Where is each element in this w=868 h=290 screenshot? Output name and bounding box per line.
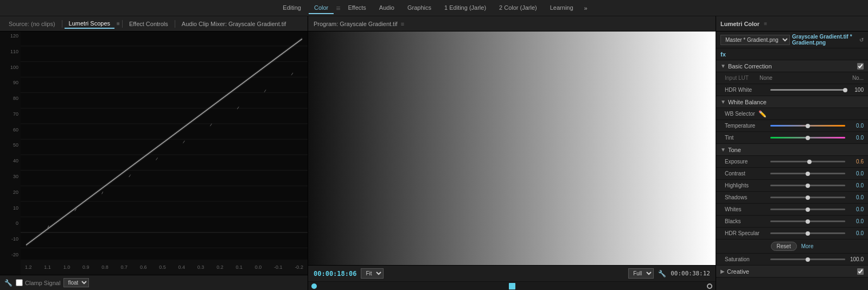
y-label-120: 120 — [2, 34, 18, 39]
y-label-0: 0 — [2, 221, 18, 226]
temperature-row: Temperature 0.0 — [716, 120, 868, 132]
nav-graphics[interactable]: Graphics — [402, 2, 437, 14]
hdr-specular-label: HDR Specular — [725, 230, 768, 236]
exposure-value: 0.6 — [847, 159, 864, 165]
nav-color-jarle[interactable]: 2 Color (Jarle) — [494, 2, 542, 14]
nav-color[interactable]: Color — [309, 2, 334, 14]
nav-effects[interactable]: Effects — [342, 2, 371, 14]
hdr-specular-slider[interactable] — [770, 232, 845, 234]
scope-svg — [21, 31, 308, 260]
temperature-slider[interactable] — [770, 125, 845, 127]
y-label-90: 90 — [2, 80, 18, 85]
x-label-06: 0.6 — [140, 264, 147, 270]
tab-audio-clip-mixer[interactable]: Audio Clip Mixer: Grayscale Gradient.tif — [177, 20, 291, 28]
y-label-100: 100 — [2, 65, 18, 70]
nav-more-button[interactable]: » — [581, 3, 591, 14]
saturation-value: 100.0 — [847, 256, 864, 262]
contrast-row: Contrast 0.0 — [716, 168, 868, 180]
clip-right-controls: ↺ — [859, 37, 864, 43]
clamp-signal-checkbox-wrap: Clamp Signal — [16, 279, 60, 286]
saturation-label: Saturation — [725, 256, 768, 262]
svg-line-28 — [291, 73, 293, 75]
blacks-row: Blacks 0.0 — [716, 216, 868, 228]
hdr-specular-row: HDR Specular 0.0 — [716, 228, 868, 239]
hdr-white-slider[interactable] — [770, 89, 845, 91]
svg-line-21 — [102, 192, 103, 194]
creative-title: Creative — [727, 268, 749, 275]
creative-arrow: ▶ — [720, 268, 725, 274]
shadows-slider[interactable] — [770, 197, 845, 198]
source-label: Source: (no clips) — [4, 21, 60, 27]
nav-editing-jarle[interactable]: 1 Editing (Jarle) — [439, 2, 492, 14]
resolution-dropdown[interactable]: Full — [628, 268, 654, 279]
contrast-label: Contrast — [725, 171, 768, 176]
contrast-slider[interactable] — [770, 173, 845, 174]
saturation-slider[interactable] — [770, 259, 845, 260]
program-menu-button[interactable]: ≡ — [401, 21, 404, 27]
input-lut-edit[interactable]: No... — [852, 75, 864, 81]
svg-line-27 — [264, 90, 266, 92]
timeline-strip[interactable] — [308, 281, 716, 290]
fit-dropdown[interactable]: Fit — [361, 268, 384, 279]
settings-icon[interactable]: 🔧 — [658, 270, 666, 278]
tab-lumetri-scopes[interactable]: Lumetri Scopes — [65, 19, 114, 29]
tone-header[interactable]: ▼ Tone — [716, 144, 868, 156]
blacks-value: 0.0 — [847, 218, 864, 224]
x-label-11: 1.1 — [44, 264, 51, 270]
tint-slider[interactable] — [770, 137, 845, 138]
highlights-slider[interactable] — [770, 185, 845, 186]
input-lut-row: Input LUT None No... — [716, 72, 868, 84]
gradient-image — [308, 31, 716, 265]
nav-color-settings[interactable]: ≡ — [336, 4, 340, 12]
clip-dropdown[interactable]: Master * Gradient.png — [720, 35, 790, 45]
timeline-playhead[interactable] — [509, 283, 515, 289]
shadows-value: 0.0 — [847, 194, 864, 200]
whites-row: Whites 0.0 — [716, 204, 868, 216]
scope-controls-bar: 🔧 Clamp Signal float — [0, 275, 308, 290]
highlights-label: Highlights — [725, 182, 768, 188]
exposure-slider[interactable] — [770, 161, 845, 162]
float-dropdown[interactable]: float — [63, 278, 89, 287]
white-balance-header[interactable]: ▼ White Balance — [716, 96, 868, 108]
program-preview — [308, 31, 716, 265]
lumetri-menu-button[interactable]: ≡ — [764, 21, 767, 27]
program-title: Program: Grayscale Gradient.tif — [314, 21, 398, 27]
clip-reset-button[interactable]: ↺ — [859, 37, 864, 43]
blacks-slider[interactable] — [770, 220, 845, 222]
basic-correction-header[interactable]: ▼ Basic Correction — [716, 60, 868, 72]
nav-audio[interactable]: Audio — [374, 2, 400, 14]
y-label-70: 70 — [2, 112, 18, 117]
current-timecode[interactable]: 00:00:18:06 — [314, 270, 356, 278]
wb-selector-row: WB Selector ✏️ — [716, 108, 868, 120]
lumetri-color-title: Lumetri Color — [720, 21, 760, 27]
creative-header[interactable]: ▶ Creative — [716, 266, 868, 278]
creative-enable[interactable] — [857, 268, 864, 275]
x-label-01: 0.1 — [235, 264, 242, 270]
tone-arrow: ▼ — [720, 147, 726, 153]
x-label-03: 0.3 — [197, 264, 205, 270]
tab-divider — [62, 20, 62, 28]
highlights-value: 0.0 — [847, 182, 864, 188]
svg-line-22 — [129, 175, 131, 177]
nav-learning[interactable]: Learning — [545, 2, 579, 14]
hdr-specular-value: 0.0 — [847, 230, 864, 236]
center-panel: Program: Grayscale Gradient.tif ≡ 00:00:… — [308, 16, 716, 290]
lumetri-scopes-menu[interactable]: ≡ — [117, 21, 120, 27]
y-label-neg20: -20 — [2, 253, 18, 257]
reset-button[interactable]: Reset — [771, 242, 797, 251]
tone-title: Tone — [728, 147, 741, 153]
x-label-02: 0.2 — [216, 264, 224, 270]
nav-editing[interactable]: Editing — [277, 2, 307, 14]
wrench-icon[interactable]: 🔧 — [4, 279, 12, 287]
saturation-row: Saturation 100.0 — [716, 254, 868, 266]
tab-effect-controls[interactable]: Effect Controls — [125, 20, 173, 28]
more-link[interactable]: More — [801, 243, 814, 249]
eyedropper-icon[interactable]: ✏️ — [758, 110, 767, 118]
clamp-signal-checkbox[interactable] — [16, 279, 23, 286]
whites-slider[interactable] — [770, 209, 845, 210]
basic-correction-enable[interactable] — [857, 63, 864, 70]
fx-row: fx — [716, 48, 868, 60]
whites-label: Whites — [725, 206, 768, 212]
input-lut-value: None — [760, 75, 773, 81]
y-label-30: 30 — [2, 174, 18, 179]
